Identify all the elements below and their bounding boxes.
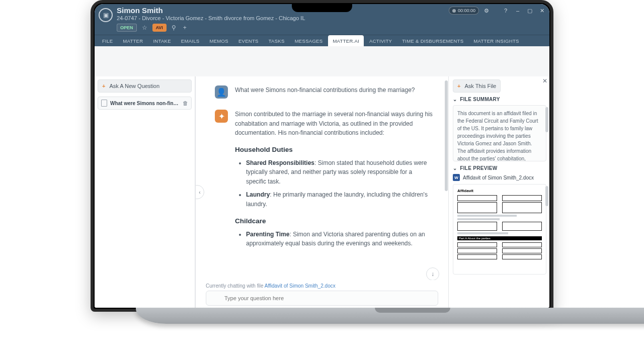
question-history-item[interactable]: What were Simons non-financial con… 🗑 bbox=[98, 97, 192, 110]
tab-bar: FILEMATTERINTAKEEMAILSMEMOSEVENTSTASKSME… bbox=[95, 35, 549, 46]
chat-panel: ‹ 👤 What were Simons non-financial contr… bbox=[195, 76, 449, 308]
maximize-icon[interactable]: ▢ bbox=[525, 6, 534, 15]
ai-message: Simon contributed to the marriage in sev… bbox=[235, 110, 433, 252]
timer-pill[interactable]: 00:00:00 bbox=[449, 7, 479, 15]
scroll-to-bottom-button[interactable]: ↓ bbox=[426, 267, 439, 281]
word-file-icon bbox=[453, 174, 460, 181]
close-window-icon[interactable]: ✕ bbox=[537, 6, 546, 15]
questions-sidebar: + Ask A New Question What were Simons no… bbox=[95, 76, 195, 308]
status-badge[interactable]: OPEN bbox=[117, 24, 137, 32]
chevron-down-icon: ⌄ bbox=[453, 97, 457, 102]
delete-icon[interactable]: 🗑 bbox=[183, 100, 188, 106]
tab-events[interactable]: EVENTS bbox=[234, 35, 263, 46]
user-message: What were Simons non-financial contribut… bbox=[235, 85, 415, 99]
chevron-down-icon: ⌄ bbox=[453, 165, 457, 171]
chat-input[interactable] bbox=[206, 291, 438, 306]
ask-this-file-button[interactable]: + Ask This File bbox=[453, 79, 501, 93]
file-panel: ✕ + Ask This File ⌄ FILE SUMMARY This do… bbox=[449, 76, 549, 308]
tab-matter-ai[interactable]: MATTER.AI bbox=[328, 35, 364, 46]
chat-context: Currently chatting with file Affidavit o… bbox=[206, 283, 438, 289]
add-icon[interactable]: + bbox=[181, 24, 189, 31]
scrollbar-thumb[interactable] bbox=[545, 107, 548, 132]
tab-time-disbursements[interactable]: TIME & DISBURSEMENTS bbox=[397, 35, 468, 46]
user-avatar-icon: 👤 bbox=[215, 85, 228, 99]
matter-icon: ▣ bbox=[99, 8, 113, 22]
document-preview[interactable]: Affidavit Part A About the parties bbox=[453, 184, 546, 275]
file-summary-header[interactable]: ⌄ FILE SUMMARY bbox=[453, 97, 546, 102]
link-icon[interactable]: ⚲ bbox=[170, 24, 178, 31]
plus-icon: + bbox=[457, 83, 460, 89]
file-summary-text: This document is an affidavit filed in t… bbox=[453, 105, 546, 161]
tab-memos[interactable]: MEMOS bbox=[205, 35, 233, 46]
tab-file[interactable]: FILE bbox=[98, 35, 117, 46]
ask-new-question-button[interactable]: + Ask A New Question bbox=[98, 79, 192, 93]
tab-matter-insights[interactable]: MATTER INSIGHTS bbox=[469, 35, 523, 46]
tab-intake[interactable]: INTAKE bbox=[148, 35, 175, 46]
tab-activity[interactable]: ACTIVITY bbox=[365, 35, 396, 46]
context-file-link[interactable]: Affidavit of Simon Smith_2.docx bbox=[265, 283, 336, 289]
file-name-row[interactable]: Affidavit of Simon Smith_2.docx bbox=[453, 174, 546, 181]
tab-messages[interactable]: MESSAGES bbox=[290, 35, 328, 46]
document-icon bbox=[101, 100, 107, 107]
ai-avatar-icon: ✦ bbox=[215, 110, 228, 123]
tab-tasks[interactable]: TASKS bbox=[264, 35, 289, 46]
tab-matter[interactable]: MATTER bbox=[118, 35, 147, 46]
tab-emails[interactable]: EMAILS bbox=[177, 35, 204, 46]
help-icon[interactable]: ? bbox=[501, 6, 510, 15]
matter-subtitle: 24-0747 - Divorce - Victoria Gomez - Smi… bbox=[117, 15, 545, 21]
settings-icon[interactable]: ⚙ bbox=[482, 6, 491, 15]
plus-icon: + bbox=[102, 83, 105, 89]
avi-badge[interactable]: AVI bbox=[152, 24, 167, 32]
minimize-icon[interactable]: – bbox=[513, 6, 522, 15]
close-panel-icon[interactable]: ✕ bbox=[542, 77, 547, 84]
scrollbar-thumb[interactable] bbox=[545, 186, 548, 206]
favorite-icon[interactable]: ☆ bbox=[140, 24, 149, 31]
file-preview-header[interactable]: ⌄ FILE PREVIEW bbox=[453, 165, 546, 171]
